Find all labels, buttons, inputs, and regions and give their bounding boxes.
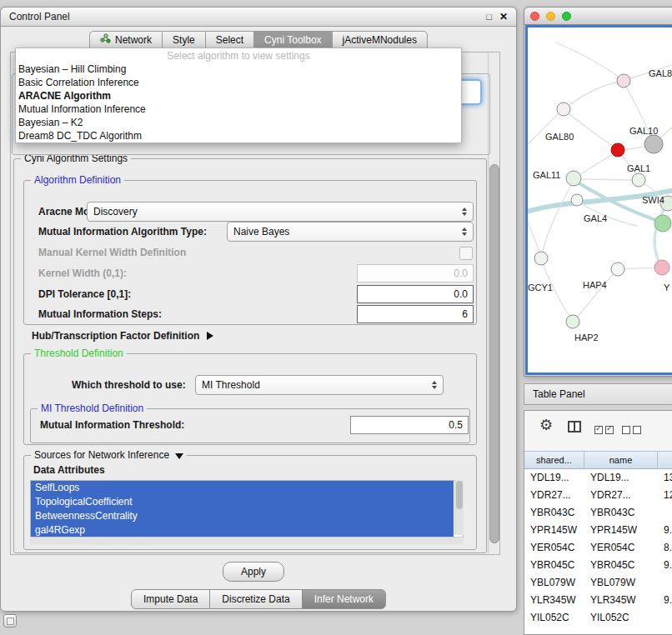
tab-impute-data[interactable]: Impute Data — [131, 589, 210, 609]
table-row[interactable]: YLR345W YLR345W 9. — [524, 592, 672, 609]
network-node-label: GCY1 — [528, 282, 553, 292]
network-edge[interactable] — [564, 81, 623, 109]
dropdown-item[interactable]: Mutual Information Inference — [16, 102, 461, 116]
close-icon[interactable]: ✕ — [499, 12, 508, 22]
cell-shared-name: YER054C — [524, 539, 584, 557]
dpi-tolerance-label: DPI Tolerance [0,1]: — [38, 288, 131, 300]
minimize-traffic-light[interactable] — [546, 12, 555, 21]
network-edge[interactable] — [574, 271, 616, 322]
hub-definition-expander[interactable]: Hub/Transcription Factor Definition — [32, 330, 213, 342]
float-window-icon[interactable]: □ — [486, 12, 492, 22]
cell-value: 9. — [658, 557, 672, 574]
table-row[interactable]: YBR043C YBR043C — [524, 504, 672, 522]
control-panel-titlebar: Control Panel □ ✕ — [0, 7, 517, 27]
which-threshold-label: Which threshold to use: — [72, 379, 186, 391]
column-header-shared-name[interactable]: shared... — [524, 452, 584, 468]
cell-value: 8. — [658, 539, 672, 557]
tab-discretize-data[interactable]: Discretize Data — [209, 589, 302, 609]
group-title: Threshold Definition — [31, 348, 127, 359]
network-node-label: SWI4 — [642, 195, 664, 205]
control-panel-title: Control Panel — [9, 11, 70, 22]
aracne-mode-select[interactable]: Discovery — [87, 202, 474, 222]
screen: Control Panel □ ✕ Network Style Select C… — [0, 0, 672, 635]
mi-steps-input[interactable]: 6 — [357, 305, 474, 323]
tab-infer-network[interactable]: Infer Network — [302, 589, 386, 609]
list-item-selected[interactable]: SelfLoops — [31, 481, 454, 495]
which-threshold-select[interactable]: MI Threshold — [195, 375, 444, 395]
network-view-titlebar — [524, 7, 672, 25]
cell-value — [658, 504, 672, 522]
close-traffic-light[interactable] — [530, 12, 539, 21]
network-node[interactable] — [654, 215, 671, 232]
cell-name: YER054C — [584, 539, 658, 557]
network-node[interactable] — [557, 102, 570, 116]
network-edge[interactable] — [564, 110, 617, 149]
combo-arrows-icon — [455, 208, 467, 216]
apply-button[interactable]: Apply — [223, 562, 284, 582]
table-row[interactable]: YPR145W YPR145W 9. — [524, 522, 672, 539]
tab-network[interactable]: Network — [89, 31, 163, 48]
network-node-label: GAL80 — [545, 132, 574, 142]
table-row[interactable]: YER054C YER054C 8. — [524, 539, 672, 557]
deselect-all-checks-icon[interactable] — [622, 426, 641, 434]
list-item-selected[interactable]: BetweennessCentrality — [31, 509, 454, 523]
table-panel-titlebar: Table Panel — [524, 383, 672, 405]
table-row[interactable]: YBR045C YBR045C 9. — [524, 557, 672, 574]
column-header-name[interactable]: name — [584, 452, 658, 468]
table-row[interactable]: YDR27... YDR27... 12. — [524, 487, 672, 504]
table-toolbar: ⚙ — [524, 411, 672, 448]
minimized-panel-icon[interactable] — [3, 614, 17, 628]
tab-style[interactable]: Style — [162, 31, 206, 48]
cell-value — [658, 574, 672, 592]
network-node-label: GAL4 — [584, 213, 607, 223]
dropdown-item-selected[interactable]: ARACNE Algorithm — [16, 89, 461, 102]
dropdown-item[interactable]: Dream8 DC_TDC Algorithm — [16, 129, 461, 142]
network-node[interactable] — [566, 171, 581, 186]
cell-value: 12. — [658, 487, 672, 504]
network-node[interactable] — [617, 74, 630, 88]
dropdown-item[interactable]: Basic Correlation Inference — [16, 76, 461, 89]
sources-expander[interactable]: Sources for Network Inference — [31, 449, 187, 461]
network-node[interactable] — [611, 262, 624, 276]
tab-select[interactable]: Select — [205, 31, 254, 48]
network-node[interactable] — [566, 315, 579, 328]
tab-cyni-toolbox[interactable]: Cyni Toolbox — [253, 31, 332, 48]
column-header-cut[interactable] — [658, 452, 672, 468]
zoom-traffic-light[interactable] — [562, 12, 571, 21]
network-edge[interactable] — [556, 42, 623, 80]
table-row[interactable]: YDL19... YDL19... 13. — [524, 469, 672, 487]
network-node[interactable] — [611, 143, 624, 157]
network-node-label: Y — [664, 282, 670, 292]
network-edge[interactable] — [575, 151, 617, 178]
scrollbar-thumb[interactable] — [489, 164, 499, 543]
kernel-width-label: Kernel Width (0,1): — [38, 268, 127, 279]
mi-algorithm-type-select[interactable]: Naive Bayes — [227, 222, 474, 242]
cell-shared-name: YBR043C — [524, 504, 584, 522]
network-edge[interactable] — [541, 181, 574, 258]
gear-icon[interactable]: ⚙ — [539, 416, 553, 434]
list-item-selected[interactable]: TopologicalCoefficient — [31, 495, 454, 509]
network-node-label: GAL10 — [629, 126, 658, 136]
manual-kernel-width-label: Manual Kernel Width Definition — [38, 247, 186, 258]
network-node[interactable] — [632, 173, 645, 187]
table-row[interactable]: YIL052C YIL052C — [524, 609, 672, 627]
mi-threshold-input[interactable]: 0.5 — [350, 416, 469, 434]
network-edge[interactable] — [574, 179, 638, 180]
select-all-checks-icon[interactable] — [594, 426, 614, 434]
network-node[interactable] — [654, 260, 669, 275]
dropdown-item[interactable]: Bayesian – Hill Climbing — [16, 62, 461, 76]
tab-label: jActiveMNodules — [343, 34, 417, 46]
group-title: MI Threshold Definition — [38, 402, 147, 414]
network-node[interactable] — [571, 194, 583, 206]
network-canvas[interactable]: GAL8GAL80GAL10GAL11GAL1SWI4GAL4GCY1HAP4Y… — [525, 25, 672, 375]
tab-jactivemnodules[interactable]: jActiveMNodules — [332, 31, 428, 48]
sources-title: Sources for Network Inference — [34, 449, 169, 461]
network-node[interactable] — [534, 252, 548, 265]
table-row[interactable]: YBL079W YBL079W — [524, 574, 672, 592]
network-node[interactable] — [644, 135, 663, 153]
dropdown-item[interactable]: Bayesian – K2 — [16, 116, 461, 129]
cell-name: YBR043C — [584, 504, 658, 522]
list-item-selected[interactable]: gal4RGexp — [31, 523, 454, 538]
dpi-tolerance-input[interactable]: 0.0 — [357, 285, 474, 303]
columns-icon[interactable] — [568, 421, 581, 432]
